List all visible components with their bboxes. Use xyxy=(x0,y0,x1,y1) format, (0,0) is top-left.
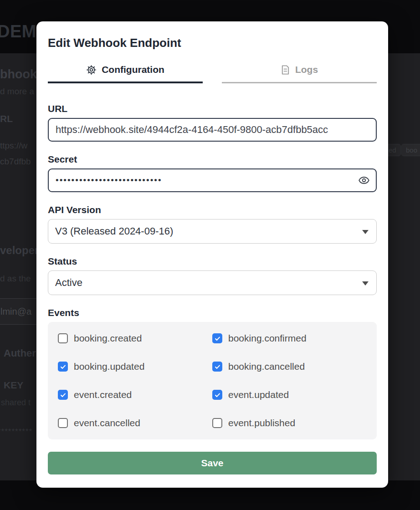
background-section-heading: veloper xyxy=(0,244,39,257)
status-select[interactable]: Active xyxy=(48,270,377,295)
secret-input[interactable] xyxy=(48,168,377,192)
checkmark-icon xyxy=(214,335,221,342)
api-version-select[interactable]: V3 (Released 2024-09-16) xyxy=(48,219,377,244)
background-url-line2: cb7dfbb xyxy=(0,157,31,167)
background-auth-heading: Auther xyxy=(4,347,36,359)
event-checkbox-item[interactable]: booking.cancelled xyxy=(212,361,367,372)
secret-label: Secret xyxy=(48,153,377,165)
api-version-field-group: API Version V3 (Released 2024-09-16) xyxy=(48,204,377,244)
save-button[interactable]: Save xyxy=(48,452,377,474)
event-label: event.updated xyxy=(228,389,289,400)
url-field-group: URL xyxy=(48,103,377,142)
chevron-down-icon xyxy=(362,230,369,234)
api-version-selected-value: V3 (Released 2024-09-16) xyxy=(55,225,173,237)
edit-webhook-endpoint-modal: Edit Webhook Endpoint Configuration xyxy=(36,21,388,488)
eye-icon xyxy=(358,181,370,188)
checkbox[interactable] xyxy=(58,418,68,428)
checkbox[interactable] xyxy=(212,390,222,400)
modal-tabs: Configuration Logs xyxy=(48,64,377,83)
background-key-subtext: shared t xyxy=(1,398,31,408)
background-page-subheading: d more a xyxy=(0,87,34,97)
events-checkbox-panel: booking.created booking.confirmed xyxy=(48,322,377,439)
url-input[interactable] xyxy=(48,118,377,142)
events-label: Events xyxy=(48,307,377,318)
secret-field-group: Secret xyxy=(48,153,377,192)
background-event-badge: boo xyxy=(401,144,420,156)
background-url-label: RL xyxy=(0,113,13,124)
events-field-group: Events booking.created xyxy=(48,307,377,439)
event-label: event.created xyxy=(74,389,132,400)
checkbox[interactable] xyxy=(58,390,68,400)
checkmark-icon xyxy=(60,392,67,398)
event-checkbox-item[interactable]: event.published xyxy=(212,418,367,428)
checkbox[interactable] xyxy=(212,362,222,372)
checkbox[interactable] xyxy=(212,418,222,428)
background-key-label: KEY xyxy=(4,380,23,391)
background-email-value: lmin@a xyxy=(0,306,31,317)
checkbox[interactable] xyxy=(212,333,222,343)
event-checkbox-item[interactable]: event.updated xyxy=(212,389,367,400)
event-label: booking.cancelled xyxy=(228,361,305,372)
event-checkbox-item[interactable]: booking.updated xyxy=(58,361,212,372)
event-checkbox-item[interactable]: event.cancelled xyxy=(58,418,212,428)
tab-logs[interactable]: Logs xyxy=(222,64,377,83)
tab-configuration[interactable]: Configuration xyxy=(48,64,203,83)
tab-logs-label: Logs xyxy=(295,64,318,75)
url-label: URL xyxy=(48,103,377,114)
checkmark-icon xyxy=(214,392,221,398)
document-icon xyxy=(281,65,290,75)
event-label: booking.updated xyxy=(74,361,144,372)
modal-title: Edit Webhook Endpoint xyxy=(48,36,377,50)
checkbox[interactable] xyxy=(58,362,68,372)
background-key-value: ********** xyxy=(0,427,32,436)
event-checkbox-item[interactable]: booking.confirmed xyxy=(212,333,367,344)
gear-icon xyxy=(86,65,97,75)
event-label: booking.confirmed xyxy=(228,333,307,344)
checkbox[interactable] xyxy=(58,333,68,343)
event-checkbox-item[interactable]: event.created xyxy=(58,389,212,400)
toggle-secret-visibility-button[interactable] xyxy=(357,173,371,187)
background-url-line1: ttps://w xyxy=(0,141,27,151)
event-label: event.published xyxy=(228,418,295,428)
background-email-field: lmin@a xyxy=(0,298,40,325)
tab-configuration-label: Configuration xyxy=(102,64,164,75)
status-field-group: Status Active xyxy=(48,255,377,295)
api-version-label: API Version xyxy=(48,204,377,215)
background-section-subtext: d as the xyxy=(0,274,31,284)
status-label: Status xyxy=(48,255,377,267)
status-selected-value: Active xyxy=(55,277,82,289)
checkmark-icon xyxy=(60,363,67,370)
chevron-down-icon xyxy=(362,281,369,286)
checkmark-icon xyxy=(214,363,221,370)
event-label: booking.created xyxy=(74,333,142,344)
event-label: event.cancelled xyxy=(74,418,140,428)
event-checkbox-item[interactable]: booking.created xyxy=(58,333,212,344)
